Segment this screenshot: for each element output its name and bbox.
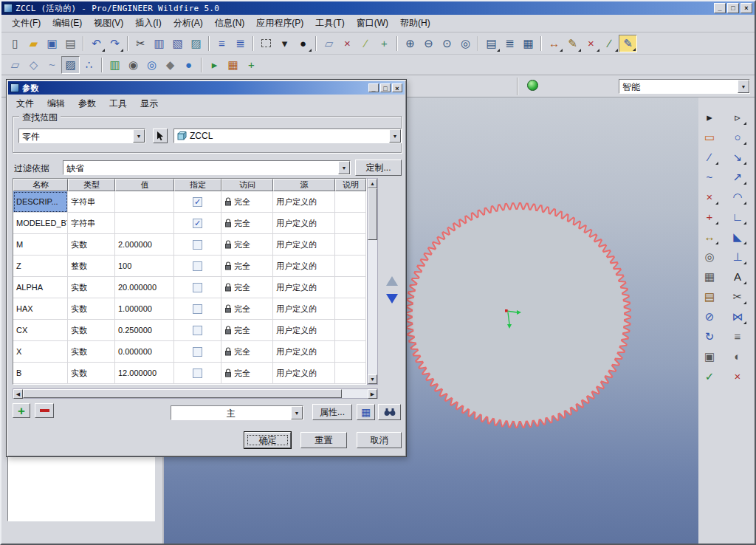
column-header-0[interactable]: 名称: [13, 179, 68, 191]
sketch-icon[interactable]: ▨: [61, 56, 80, 74]
earth-icon[interactable]: ●: [179, 56, 198, 74]
shade-section-icon[interactable]: ◐: [729, 347, 747, 365]
add-parameter-button[interactable]: +: [13, 403, 30, 418]
find-button[interactable]: [378, 404, 401, 420]
menubar-item-5[interactable]: 信息(N): [209, 15, 251, 32]
column-header-3[interactable]: 指定: [174, 179, 221, 191]
mapkey-play-icon[interactable]: ▸: [205, 56, 224, 74]
menubar-item-6[interactable]: 应用程序(P): [250, 15, 309, 32]
sketch-tool-icon[interactable]: ✎: [619, 35, 637, 52]
scroll-left-icon[interactable]: ◀: [13, 389, 23, 399]
menubar-item-7[interactable]: 工具(T): [309, 15, 350, 32]
undo-icon[interactable]: ↶: [87, 35, 106, 52]
table-row[interactable]: M实数2.000000完全用户定义的: [13, 234, 366, 256]
model-combo[interactable]: ZCCL ▼: [173, 128, 402, 143]
model-tree-box[interactable]: [7, 456, 155, 521]
auto-regenerate-icon[interactable]: ≣: [231, 35, 250, 52]
window-titlebar[interactable]: ZCCL (活动的) - Pro/ENGINEER Wildfire 5.0 _…: [1, 1, 755, 15]
selection-filter-combo[interactable]: 智能 ▼: [619, 79, 750, 94]
table-row[interactable]: CX实数0.250000完全用户定义的: [13, 320, 366, 341]
menubar-item-0[interactable]: 文件(F): [6, 15, 47, 32]
ok-button[interactable]: 确定: [244, 432, 291, 448]
window-maximize-button[interactable]: □: [727, 3, 739, 13]
dialog-menu-item-2[interactable]: 参数: [72, 96, 103, 112]
spin-center-icon[interactable]: +: [242, 56, 261, 74]
table-row[interactable]: DESCRIP...字符串✓完全用户定义的: [13, 191, 366, 213]
web-browser-icon[interactable]: ◎: [142, 56, 161, 74]
param-value-cell[interactable]: [115, 213, 174, 234]
chevron-down-icon[interactable]: ▼: [133, 129, 145, 143]
thicken-icon[interactable]: ≡: [729, 327, 747, 345]
open-folder-icon[interactable]: ▰: [24, 35, 43, 52]
table-row[interactable]: B实数12.000000完全用户定义的: [13, 363, 366, 384]
table-vertical-scrollbar[interactable]: ▲ ▼: [367, 178, 378, 385]
menubar-item-2[interactable]: 视图(V): [88, 15, 129, 32]
datum-point-toggle-icon[interactable]: ×: [338, 35, 357, 52]
vertical-scroll-thumb[interactable]: [368, 188, 377, 240]
rotate-resize-icon[interactable]: ↻: [701, 327, 719, 345]
table-row[interactable]: MODELED_BY字符串✓完全用户定义的: [13, 213, 366, 234]
checkbox-unchecked-icon[interactable]: [193, 283, 202, 292]
dialog-maximize-button[interactable]: □: [380, 83, 391, 92]
modify-icon[interactable]: ◎: [701, 247, 719, 265]
cancel-button[interactable]: 取消: [357, 432, 402, 448]
quit-icon[interactable]: ×: [729, 367, 747, 385]
checkbox-unchecked-icon[interactable]: [193, 261, 202, 271]
param-name-cell[interactable]: X: [13, 341, 68, 363]
param-value-cell[interactable]: 2.000000: [115, 234, 174, 256]
column-header-5[interactable]: 源: [273, 179, 335, 191]
save-icon[interactable]: ▣: [43, 35, 61, 52]
param-value-cell[interactable]: 100: [115, 256, 174, 277]
constraint-icon[interactable]: ⊥: [729, 247, 747, 265]
dialog-titlebar[interactable]: 参数 _ □ ×: [8, 81, 405, 95]
param-name-cell[interactable]: ALPHA: [13, 277, 68, 298]
datum-axis-toggle-icon[interactable]: ∕: [357, 35, 375, 52]
menubar-item-1[interactable]: 编辑(E): [47, 15, 88, 32]
close-section-icon[interactable]: ▣: [701, 347, 719, 365]
point-icon[interactable]: ×: [701, 188, 719, 205]
parameter-group-combo[interactable]: 主 ▼: [171, 405, 303, 420]
param-name-cell[interactable]: CX: [13, 320, 68, 341]
datum-plane-icon[interactable]: ▱: [6, 56, 24, 74]
filter-combo[interactable]: 缺省 ▼: [63, 160, 351, 175]
dialog-minimize-button[interactable]: _: [368, 83, 379, 92]
param-name-cell[interactable]: DESCRIP...: [13, 191, 68, 213]
toolbar-overflow-icon[interactable]: ▾: [275, 35, 294, 52]
param-value-cell[interactable]: 0.250000: [115, 320, 174, 341]
table-row[interactable]: X实数0.000000完全用户定义的: [13, 341, 366, 363]
scroll-down-icon[interactable]: ▼: [368, 374, 377, 384]
param-name-cell[interactable]: Z: [13, 256, 68, 277]
analysis-icon[interactable]: ▥: [106, 56, 124, 74]
window-minimize-button[interactable]: _: [714, 3, 726, 13]
column-header-2[interactable]: 值: [115, 179, 174, 191]
use-edge-icon[interactable]: ↘: [729, 148, 747, 165]
datum-point-icon[interactable]: ∴: [80, 56, 98, 74]
materials-icon[interactable]: ◆: [161, 56, 179, 74]
model-player-icon[interactable]: ◉: [124, 56, 142, 74]
remove-parameter-button[interactable]: [35, 403, 54, 418]
mirror-icon[interactable]: ⋈: [729, 307, 747, 325]
arc-icon[interactable]: ◠: [729, 188, 747, 205]
select-icon[interactable]: ▸: [701, 108, 719, 126]
table-horizontal-scrollbar[interactable]: ◀ ▶: [13, 388, 378, 399]
dimension-tool-icon[interactable]: ↔: [545, 35, 563, 52]
new-file-icon[interactable]: ▯: [6, 35, 24, 52]
copy-icon[interactable]: ▥: [150, 35, 168, 52]
chevron-down-icon[interactable]: ▼: [338, 161, 350, 174]
menubar-item-8[interactable]: 窗口(W): [351, 15, 394, 32]
move-row-up-button[interactable]: [386, 276, 398, 286]
axis-tool-icon[interactable]: ∕: [600, 35, 619, 52]
divide-icon[interactable]: ⊘: [701, 307, 719, 325]
dialog-menu-item-4[interactable]: 显示: [134, 96, 165, 112]
render-style-icon[interactable]: ●: [294, 35, 312, 52]
chevron-down-icon[interactable]: ▼: [291, 406, 303, 419]
spline-icon[interactable]: ~: [701, 168, 719, 185]
refit-icon[interactable]: ⊙: [438, 35, 456, 52]
datum-curve-icon[interactable]: ~: [43, 56, 61, 74]
saved-views-icon[interactable]: ▤: [482, 35, 501, 52]
trim-icon[interactable]: ✂: [729, 287, 747, 305]
palette-icon[interactable]: ▦: [224, 56, 242, 74]
datum-plane-toggle-icon[interactable]: ▱: [320, 35, 338, 52]
line-icon[interactable]: ∕: [701, 148, 719, 165]
sketcher-palette-icon[interactable]: ▤: [701, 287, 719, 305]
